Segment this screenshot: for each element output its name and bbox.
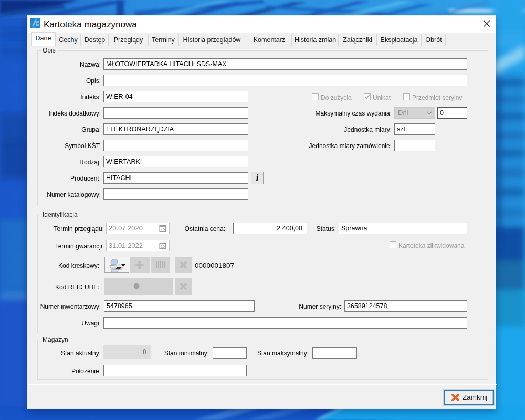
- svg-text:15: 15: [161, 227, 165, 232]
- svg-text:15: 15: [161, 244, 165, 249]
